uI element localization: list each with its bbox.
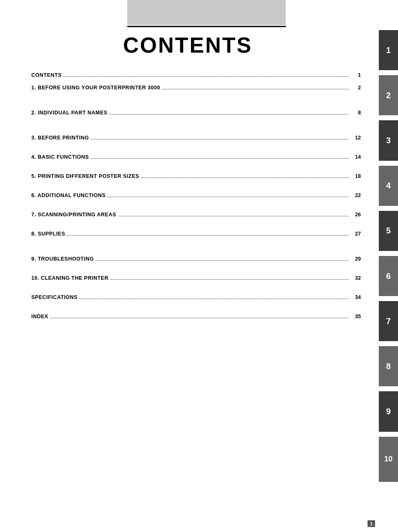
toc-page-7: 26 — [350, 212, 361, 218]
spacer-8 — [31, 240, 361, 253]
side-tab-7: 7 — [379, 301, 398, 341]
toc-entry-index: INDEX 35 — [31, 310, 361, 323]
toc-label-contents: CONTENTS — [31, 72, 62, 78]
toc-dots-9 — [96, 260, 349, 261]
toc-label-9: 9. TROUBLESHOOTING — [31, 256, 94, 262]
spacer-specs — [31, 304, 361, 310]
spacer-6 — [31, 202, 361, 208]
side-tabs: 1 2 3 4 5 6 7 8 9 10 — [379, 0, 398, 532]
side-tab-4: 4 — [379, 166, 398, 206]
side-tab-3: 3 — [379, 120, 398, 160]
toc-dots-6 — [107, 197, 349, 197]
toc-area: CONTENTS 1 1. BEFORE USING YOUR POSTERPR… — [31, 69, 361, 323]
header-bar — [127, 0, 286, 25]
spacer-10 — [31, 284, 361, 291]
side-tab-2: 2 — [379, 75, 398, 115]
spacer-4 — [31, 163, 361, 170]
toc-entry-4: 4. BASIC FUNCTIONS 14 — [31, 151, 361, 163]
toc-dots-8 — [67, 235, 349, 236]
spacer-3 — [31, 144, 361, 151]
toc-label-index: INDEX — [31, 314, 48, 319]
header-rule — [127, 26, 286, 27]
spacer-5 — [31, 182, 361, 189]
toc-dots-1 — [162, 89, 349, 89]
toc-page-specs: 34 — [350, 294, 361, 300]
toc-label-2: 2. INDIVIDUAL PART NAMES — [31, 110, 107, 116]
toc-entry-9: 9. TROUBLESHOOTING 29 — [31, 253, 361, 265]
spacer-7 — [31, 221, 361, 228]
side-tab-10: 10 — [379, 437, 398, 482]
side-tab-6: 6 — [379, 256, 398, 296]
toc-entry-8: 8. SUPPLIES 27 — [31, 228, 361, 240]
toc-page-5: 18 — [350, 173, 361, 179]
toc-dots-5 — [141, 177, 349, 178]
toc-entry-3: 3. BEFORE PRINTING 12 — [31, 132, 361, 144]
toc-label-5: 5. PRINTING DIFFERENT POSTER SIZES — [31, 173, 139, 179]
toc-dots-specs — [79, 299, 349, 299]
toc-label-7: 7. SCANNING/PRINTING AREAS — [31, 212, 116, 218]
toc-entry-6: 6. ADDITIONAL FUNCTIONS 22 — [31, 189, 361, 202]
toc-label-3: 3. BEFORE PRINTING — [31, 135, 89, 141]
toc-page-4: 14 — [350, 154, 361, 160]
side-tab-9: 9 — [379, 391, 398, 431]
toc-page-1: 2 — [350, 85, 361, 91]
toc-page-contents: 1 — [350, 72, 361, 78]
toc-dots-index — [50, 318, 349, 318]
toc-page-8: 27 — [350, 231, 361, 237]
page-container: CONTENTS CONTENTS 1 1. BEFORE USING YOUR… — [0, 0, 398, 532]
toc-page-9: 29 — [350, 256, 361, 262]
toc-label-1: 1. BEFORE USING YOUR POSTERPRINTER 3000 — [31, 85, 160, 91]
toc-dots-10 — [110, 279, 349, 280]
toc-label-8: 8. SUPPLIES — [31, 231, 65, 237]
page-number-box: 1 — [368, 520, 375, 527]
toc-entry-specs: SPECIFICATIONS 34 — [31, 291, 361, 304]
side-tab-1: 1 — [379, 30, 398, 70]
side-tab-5: 5 — [379, 211, 398, 251]
page-title: CONTENTS — [0, 33, 375, 58]
toc-entry-5: 5. PRINTING DIFFERENT POSTER SIZES 18 — [31, 170, 361, 182]
toc-dots-3 — [91, 139, 349, 139]
toc-entry-7: 7. SCANNING/PRINTING AREAS 26 — [31, 208, 361, 221]
toc-label-10: 10. CLEANING THE PRINTER — [31, 275, 108, 281]
toc-label-4: 4. BASIC FUNCTIONS — [31, 154, 89, 160]
toc-entry-contents: CONTENTS 1 — [31, 69, 361, 81]
toc-page-6: 22 — [350, 193, 361, 198]
toc-label-specs: SPECIFICATIONS — [31, 294, 78, 300]
toc-page-index: 35 — [350, 314, 361, 319]
toc-page-2: 8 — [350, 110, 361, 116]
toc-dots-7 — [118, 216, 349, 216]
toc-entry-10: 10. CLEANING THE PRINTER 32 — [31, 272, 361, 284]
spacer-1 — [31, 94, 361, 106]
toc-page-3: 12 — [350, 135, 361, 141]
toc-entry-1: 1. BEFORE USING YOUR POSTERPRINTER 3000 … — [31, 81, 361, 94]
toc-dots-contents — [63, 76, 349, 77]
toc-entry-2: 2. INDIVIDUAL PART NAMES 8 — [31, 106, 361, 119]
spacer-2 — [31, 119, 361, 132]
toc-dots-4 — [91, 158, 349, 159]
page-number-area: 1 — [368, 520, 375, 527]
toc-page-10: 32 — [350, 275, 361, 281]
spacer-9 — [31, 265, 361, 272]
toc-dots-2 — [109, 114, 349, 114]
toc-label-6: 6. ADDITIONAL FUNCTIONS — [31, 193, 106, 198]
side-tab-8: 8 — [379, 346, 398, 386]
